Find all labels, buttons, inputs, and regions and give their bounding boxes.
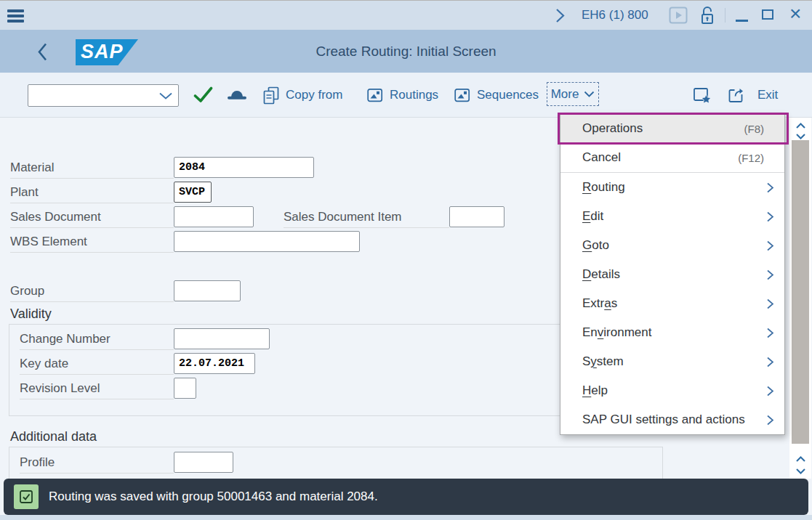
menu-item-label: Details bbox=[582, 267, 766, 282]
menu-item-edit[interactable]: Edit bbox=[560, 202, 784, 231]
submenu-chevron-icon bbox=[766, 211, 774, 223]
plant-label: Plant bbox=[10, 185, 39, 200]
divider bbox=[725, 8, 725, 23]
hat-button[interactable] bbox=[226, 86, 248, 105]
transaction-combobox[interactable] bbox=[28, 84, 179, 107]
menu-item-label: Goto bbox=[582, 238, 766, 253]
more-label: More bbox=[551, 87, 579, 102]
menu-item-system[interactable]: System bbox=[560, 347, 784, 376]
field-underline bbox=[20, 374, 174, 375]
maximize-button[interactable] bbox=[762, 9, 773, 20]
menu-item-label: Edit bbox=[582, 209, 766, 224]
field-underline bbox=[284, 227, 449, 228]
menu-shortcut: (F8) bbox=[744, 123, 765, 135]
sequences-label: Sequences bbox=[477, 88, 539, 102]
menu-item-goto[interactable]: Goto bbox=[560, 231, 784, 260]
menu-item-label: Help bbox=[582, 383, 766, 398]
profile-label: Profile bbox=[20, 455, 55, 470]
copy-from-label: Copy from bbox=[286, 88, 342, 102]
field-underline bbox=[10, 301, 174, 302]
menu-item-label: SAP GUI settings and actions bbox=[582, 413, 766, 427]
change-number-label: Change Number bbox=[20, 332, 110, 346]
menu-item-label: System bbox=[582, 354, 766, 369]
menu-item-label: Extras bbox=[582, 296, 766, 311]
forward-chevron-icon[interactable] bbox=[555, 7, 566, 27]
routings-label: Routings bbox=[390, 88, 438, 102]
plant-input[interactable]: SVCP bbox=[174, 182, 212, 203]
menu-shortcut: (F12) bbox=[738, 152, 764, 164]
titlebar: SAP Create Routing: Initial Screen bbox=[0, 30, 812, 73]
field-underline bbox=[10, 203, 174, 203]
submenu-chevron-icon bbox=[766, 269, 774, 281]
more-dropdown-menu: Operations (F8) Cancel (F12) Routing Edi… bbox=[560, 113, 785, 435]
close-button[interactable]: × bbox=[789, 2, 801, 25]
new-window-icon bbox=[726, 86, 745, 105]
more-button[interactable]: More bbox=[547, 82, 599, 106]
key-date-input[interactable]: 22.07.2021 bbox=[174, 353, 255, 374]
exit-label: Exit bbox=[757, 88, 778, 102]
vertical-scrollbar bbox=[789, 118, 811, 479]
field-underline bbox=[10, 178, 174, 179]
play-icon[interactable] bbox=[669, 7, 688, 27]
hamburger-menu-icon[interactable] bbox=[7, 9, 24, 25]
additional-data-section-title: Additional data bbox=[10, 429, 97, 444]
menu-item-environment[interactable]: Environment bbox=[560, 318, 784, 347]
exit-button[interactable]: Exit bbox=[757, 82, 778, 108]
menu-item-details[interactable]: Details bbox=[560, 260, 784, 289]
field-underline bbox=[20, 349, 174, 350]
unlock-icon[interactable] bbox=[699, 5, 716, 28]
status-message: Routing was saved with group 50001463 an… bbox=[49, 489, 378, 504]
profile-input[interactable] bbox=[174, 452, 233, 473]
menu-item-extras[interactable]: Extras bbox=[560, 289, 784, 318]
material-input[interactable]: 2084 bbox=[174, 157, 314, 178]
confirm-button[interactable] bbox=[193, 86, 213, 107]
group-input[interactable] bbox=[174, 280, 241, 301]
copy-from-button[interactable]: Copy from bbox=[263, 82, 342, 108]
sap-gui-window: EH6 (1) 800 × SAP Create Routing: Initia… bbox=[0, 0, 812, 520]
sales-document-input[interactable] bbox=[174, 206, 254, 227]
material-label: Material bbox=[10, 161, 54, 175]
menu-item-cancel[interactable]: Cancel (F12) bbox=[560, 143, 784, 172]
scroll-up-button[interactable] bbox=[795, 120, 806, 129]
field-underline bbox=[20, 399, 174, 399]
sequences-button[interactable]: Sequences bbox=[454, 82, 539, 108]
validity-section-title: Validity bbox=[10, 306, 52, 322]
chevron-down-icon bbox=[584, 91, 595, 98]
change-number-input[interactable] bbox=[174, 328, 270, 349]
scrollbar-thumb[interactable] bbox=[792, 140, 809, 444]
image-icon bbox=[454, 88, 470, 102]
group-label: Group bbox=[10, 284, 44, 298]
menu-item-label: Environment bbox=[582, 325, 766, 340]
create-shortcut-button[interactable] bbox=[693, 86, 712, 108]
menu-item-label: Cancel bbox=[582, 150, 738, 165]
sales-document-item-input[interactable] bbox=[449, 206, 505, 227]
sales-document-item-label: Sales Document Item bbox=[284, 210, 402, 224]
window-bottom-edge bbox=[0, 515, 812, 520]
minimize-button[interactable] bbox=[736, 20, 748, 22]
menu-item-operations[interactable]: Operations (F8) bbox=[560, 114, 784, 143]
scroll-down-button[interactable] bbox=[795, 130, 806, 139]
scroll-down-button[interactable] bbox=[795, 465, 806, 474]
success-checkbox-icon bbox=[14, 484, 39, 509]
window-star-icon bbox=[693, 86, 712, 105]
revision-level-label: Revision Level bbox=[20, 381, 100, 396]
page-title: Create Routing: Initial Screen bbox=[0, 30, 812, 73]
submenu-chevron-icon bbox=[766, 414, 774, 426]
menu-item-help[interactable]: Help bbox=[560, 376, 784, 405]
scroll-up-button[interactable] bbox=[795, 453, 806, 462]
revision-level-input[interactable] bbox=[174, 378, 196, 399]
chevron-down-icon bbox=[159, 92, 172, 100]
submenu-chevron-icon bbox=[766, 385, 774, 397]
wbs-element-input[interactable] bbox=[174, 231, 360, 252]
menu-item-routing[interactable]: Routing bbox=[560, 173, 784, 202]
system-session-label: EH6 (1) 800 bbox=[582, 8, 648, 23]
hat-icon bbox=[226, 86, 248, 102]
wbs-element-label: WBS Element bbox=[10, 235, 87, 249]
menu-item-sap-gui-settings[interactable]: SAP GUI settings and actions bbox=[560, 405, 784, 434]
submenu-chevron-icon bbox=[766, 356, 774, 368]
routings-button[interactable]: Routings bbox=[367, 82, 438, 108]
new-window-button[interactable] bbox=[726, 86, 745, 108]
field-underline bbox=[20, 473, 174, 474]
status-bar: Routing was saved with group 50001463 an… bbox=[4, 479, 808, 515]
image-icon bbox=[367, 88, 383, 102]
